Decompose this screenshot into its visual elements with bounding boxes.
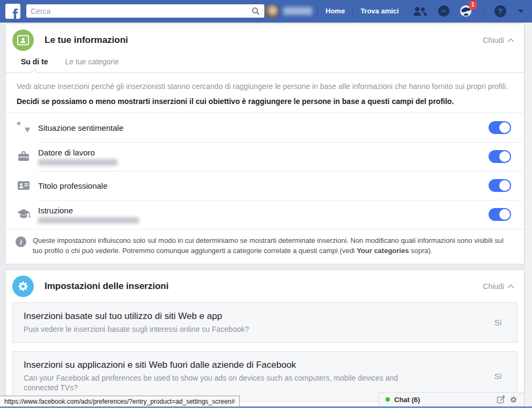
toggle-knob — [499, 122, 510, 133]
profile-name-redacted[interactable] — [283, 7, 312, 15]
datore-di-lavoro-toggle[interactable] — [489, 150, 511, 163]
close-label: Chiudi — [483, 282, 504, 291]
browser-status-bar: https://www.facebook.com/ads/preferences… — [0, 396, 240, 407]
search-icon — [252, 7, 260, 16]
your-information-close-button[interactable]: Chiudi — [483, 36, 514, 44]
setting-title: Inserzioni basate sul tuo utilizzo di si… — [24, 311, 249, 322]
ad-settings-header: Impostazioni delle inserzioni Chiudi — [6, 270, 524, 302]
your-information-card: Le tue informazioni Chiudi Su di te Le t… — [5, 24, 524, 264]
setting-value: Sì — [494, 318, 506, 327]
chevron-up-icon — [507, 38, 514, 42]
chevron-up-icon — [507, 284, 514, 288]
topbar-right-group: Home Trova amici 1 — [265, 0, 528, 23]
tab-su-di-te[interactable]: Su di te — [21, 57, 48, 66]
account-menu-button[interactable] — [516, 10, 523, 13]
intro-text: Vedi alcune inserzioni perché gli inserz… — [17, 81, 513, 91]
profile-fields-list: ♥♥ Situazione sentimentale — [6, 113, 524, 229]
info-icon: i — [16, 236, 26, 247]
note-bold-your-categories: Your categories — [357, 247, 409, 255]
titolo-professionale-toggle[interactable] — [489, 179, 511, 192]
chat-bar[interactable]: Chat (6) — [379, 392, 524, 406]
top-navigation-bar: f Home Trova amici — [0, 0, 532, 23]
vertical-scrollbar[interactable] — [524, 23, 532, 408]
situazione-sentimentale-toggle[interactable] — [489, 121, 511, 134]
field-label: Situazione sentimentale — [38, 123, 123, 132]
tab-le-tue-categorie[interactable]: Le tue categorie — [65, 57, 119, 66]
new-message-icon[interactable] — [497, 395, 505, 404]
contact-card-icon — [17, 34, 29, 47]
toggle-knob — [499, 209, 510, 220]
id-card-icon — [16, 181, 32, 190]
messenger-button[interactable] — [438, 5, 450, 17]
field-value-redacted — [38, 217, 139, 224]
field-row-istruzione: Istruzione — [6, 200, 524, 229]
avatar[interactable] — [265, 4, 279, 18]
ad-settings-card: Impostazioni delle inserzioni Chiudi Ins… — [5, 270, 524, 408]
divider — [317, 5, 318, 18]
gear-icon — [17, 280, 29, 292]
notifications-button[interactable]: 1 — [460, 5, 472, 17]
your-information-title: Le tue informazioni — [45, 35, 128, 46]
friend-requests-icon — [412, 5, 428, 17]
field-label: Istruzione — [38, 206, 139, 215]
toggle-knob — [499, 180, 510, 191]
setting-subtitle: Puoi vedere le inserzioni basate sugli i… — [24, 324, 249, 334]
close-label: Chiudi — [483, 36, 504, 44]
field-row-titolo-professionale: Titolo professionale — [6, 171, 524, 200]
ads-preferences-page: Le tue informazioni Chiudi Su di te Le t… — [0, 23, 524, 408]
settings-note: i Queste impostazioni influiscono solo s… — [6, 229, 524, 264]
facebook-logo[interactable]: f — [5, 4, 20, 19]
your-information-header: Le tue informazioni Chiudi — [6, 24, 524, 56]
istruzione-toggle[interactable] — [489, 208, 511, 221]
help-icon: ? — [494, 5, 506, 17]
field-value-redacted — [38, 159, 117, 166]
active-tab-notch — [31, 69, 38, 77]
setting-title: Inserzioni su applicazioni e siti Web fu… — [24, 360, 410, 370]
search-box[interactable] — [26, 4, 265, 18]
help-button[interactable]: ? — [494, 5, 506, 17]
decide-text: Decidi se possiamo o meno mostrarti inse… — [17, 97, 513, 106]
divider — [484, 5, 484, 18]
facebook-logo-glyph: f — [12, 7, 18, 19]
setting-value: Sì — [494, 372, 506, 381]
divider — [352, 5, 353, 18]
ad-settings-title: Impostazioni delle inserzioni — [45, 281, 168, 292]
toggle-knob — [499, 151, 510, 162]
ad-settings-close-button[interactable]: Chiudi — [483, 282, 514, 291]
setting-row-online-interest-ads[interactable]: Inserzioni basate sul tuo utilizzo di si… — [12, 302, 518, 343]
friend-requests-button[interactable] — [412, 5, 428, 17]
ad-settings-section-icon — [12, 276, 34, 297]
field-row-situazione-sentimentale: ♥♥ Situazione sentimentale — [6, 113, 524, 142]
search-button[interactable] — [247, 7, 264, 16]
field-label: Titolo professionale — [38, 181, 108, 190]
messenger-icon — [438, 5, 450, 17]
avatar-blur — [265, 4, 279, 18]
search-input[interactable] — [26, 7, 247, 16]
field-label: Datore di lavoro — [38, 148, 117, 157]
hearts-icon: ♥♥ — [16, 121, 32, 135]
online-status-dot — [386, 397, 390, 402]
briefcase-icon — [16, 151, 32, 162]
chat-settings-gear-icon[interactable] — [509, 396, 518, 404]
nav-find-friends-link[interactable]: Trova amici — [358, 7, 401, 15]
notification-badge: 1 — [469, 1, 477, 9]
account-caret-icon — [518, 10, 523, 13]
chat-label: Chat (6) — [394, 396, 420, 404]
your-information-section-icon — [12, 29, 34, 51]
nav-home-link[interactable]: Home — [323, 7, 347, 15]
field-row-datore-di-lavoro: Datore di lavoro — [6, 142, 524, 171]
status-url: https://www.facebook.com/ads/preferences… — [4, 398, 235, 405]
graduation-cap-icon — [16, 209, 32, 220]
your-information-tabs: Su di te Le tue categorie — [6, 57, 524, 73]
setting-subtitle: Can your Facebook ad preferences be used… — [24, 373, 410, 392]
note-text: Queste impostazioni influiscono solo sul… — [33, 236, 513, 256]
